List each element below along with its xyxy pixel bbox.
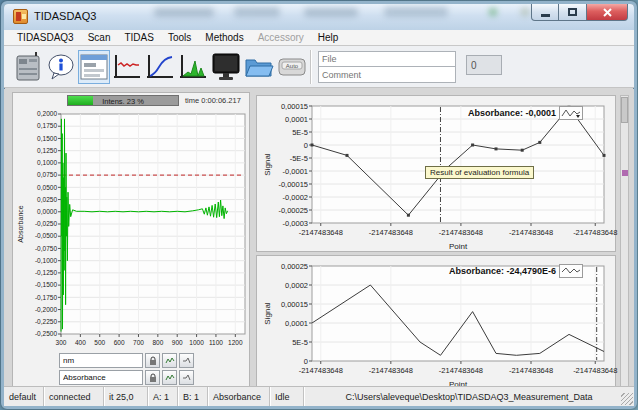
svg-text:-2147483648: -2147483648 [439,366,483,375]
menu-help[interactable]: Help [311,31,346,44]
info-button[interactable] [45,50,77,84]
glass-decoration [234,7,280,17]
menu-tidasdaq3[interactable]: TIDASDAQ3 [10,31,81,44]
svg-text:-2147483648: -2147483648 [509,228,553,237]
comment-input[interactable] [318,67,456,83]
svg-text:-0,2000: -0,2000 [35,306,57,313]
main-area: Intens. 23 % time 0:00:06.217 0,20000,17… [4,89,634,386]
y-axis-lock-button[interactable] [145,370,160,385]
legend-label: Absorbance: -24,4790E-6 [449,266,556,276]
x-scale-options-button[interactable] [179,353,194,368]
plot-style-button[interactable] [559,264,583,278]
svg-text:1000: 1000 [189,339,204,346]
signal-top-panel: 0,000150,00015E-50-5E-5-0,0001-0,00015-0… [256,95,616,252]
maximize-button[interactable] [559,4,586,21]
svg-text:0,1750: 0,1750 [37,122,57,129]
display-button[interactable] [210,50,242,84]
instrument-button[interactable] [12,50,44,84]
folder-icon [244,54,274,80]
maximize-icon [568,8,577,16]
svg-text:-0,1750: -0,1750 [35,294,57,301]
resize-grip[interactable] [621,393,633,405]
y-axis-control [59,370,194,385]
y-autoscale-button[interactable] [162,370,177,385]
scrollbar-thumb[interactable] [621,97,628,123]
svg-text:-2147483648: -2147483648 [439,228,483,237]
svg-text:400: 400 [75,339,86,346]
window-title: TIDASDAQ3 [34,10,96,22]
svg-text:0,2000: 0,2000 [37,110,57,117]
svg-text:700: 700 [133,339,144,346]
auto-save-icon: Auto [277,55,307,79]
svg-text:-2147483648: -2147483648 [573,366,617,375]
spectrum-chart[interactable]: 0,20000,17500,15000,12500,10000,07500,05… [15,108,249,360]
svg-text:0,00015: 0,00015 [281,102,308,111]
y-scale-options-button[interactable] [179,370,194,385]
svg-text:-0,0002: -0,0002 [283,193,308,202]
x-autoscale-button[interactable] [162,353,177,368]
signal-top-legend: Absorbance: -0,0001 [468,106,583,120]
svg-text:5E-5: 5E-5 [292,338,308,347]
title-bar[interactable]: TIDASDAQ3 [4,4,634,30]
baseline-chart-button[interactable] [111,50,143,84]
menu-tools[interactable]: Tools [161,31,198,44]
x-axis-lock-button[interactable] [145,353,160,368]
svg-text:-0,1000: -0,1000 [35,257,57,264]
menu-tidas[interactable]: TIDAS [117,31,160,44]
menu-methods[interactable]: Methods [198,31,250,44]
panel-view-button[interactable] [78,50,110,84]
svg-text:1100: 1100 [209,339,223,346]
svg-text:-2147483648: -2147483648 [509,366,553,375]
menu-scan[interactable]: Scan [81,31,118,44]
peaks-chart-button[interactable] [177,50,209,84]
close-icon [602,7,613,18]
svg-text:0,00025: 0,00025 [281,262,308,271]
svg-text:Auto: Auto [286,63,299,69]
open-folder-button[interactable] [243,50,275,84]
auto-save-button[interactable]: Auto [276,50,308,84]
counter-field[interactable] [466,55,502,75]
menu-bar: TIDASDAQ3 Scan TIDAS Tools Methods Acces… [4,30,634,46]
svg-text:900: 900 [172,339,183,346]
svg-text:-2147483648: -2147483648 [573,228,617,237]
scan-time-label: time 0:00:06.217 [185,96,241,105]
svg-text:600: 600 [114,339,125,346]
svg-text:-0,0500: -0,0500 [35,232,57,239]
status-profile: default [4,387,44,406]
svg-text:300: 300 [56,339,67,346]
file-comment-fields [318,51,456,83]
svg-text:0,0750: 0,0750 [37,171,57,178]
lock-icon [149,373,157,383]
curve-chart-icon [145,53,175,81]
svg-text:-2147483648: -2147483648 [299,228,343,237]
waveform-icon [561,108,581,118]
peaks-chart-icon [178,53,208,81]
svg-text:0,0500: 0,0500 [37,184,57,191]
x-axis-unit-field[interactable] [59,353,143,368]
plot-style-button[interactable] [559,106,583,120]
x-axis-control [59,353,194,368]
svg-text:-2147483648: -2147483648 [369,228,413,237]
svg-text:Point: Point [449,242,468,251]
svg-text:-0,00025: -0,00025 [278,206,308,215]
curve-chart-button[interactable] [144,50,176,84]
baseline-chart-icon [112,53,142,81]
status-state: Idle [270,387,304,406]
scale-options-icon [182,373,192,382]
status-accumulation-b: B: 1 [178,387,208,406]
status-connection: connected [44,387,104,406]
svg-text:0,00015: 0,00015 [281,300,308,309]
intensity-progress-bar: Intens. 23 % [67,95,179,106]
svg-text:-2147483648: -2147483648 [299,366,343,375]
vertical-scrollbar[interactable] [620,95,629,390]
svg-text:-0,0750: -0,0750 [35,245,57,252]
svg-text:0,0250: 0,0250 [37,196,57,203]
file-input[interactable] [318,51,456,67]
y-axis-unit-field[interactable] [59,370,143,385]
close-button[interactable] [586,4,628,21]
svg-text:-0,2500: -0,2500 [35,330,57,337]
svg-text:500: 500 [94,339,105,346]
svg-text:0: 0 [304,357,308,366]
scale-options-icon [182,356,192,365]
minimize-button[interactable] [531,4,559,21]
